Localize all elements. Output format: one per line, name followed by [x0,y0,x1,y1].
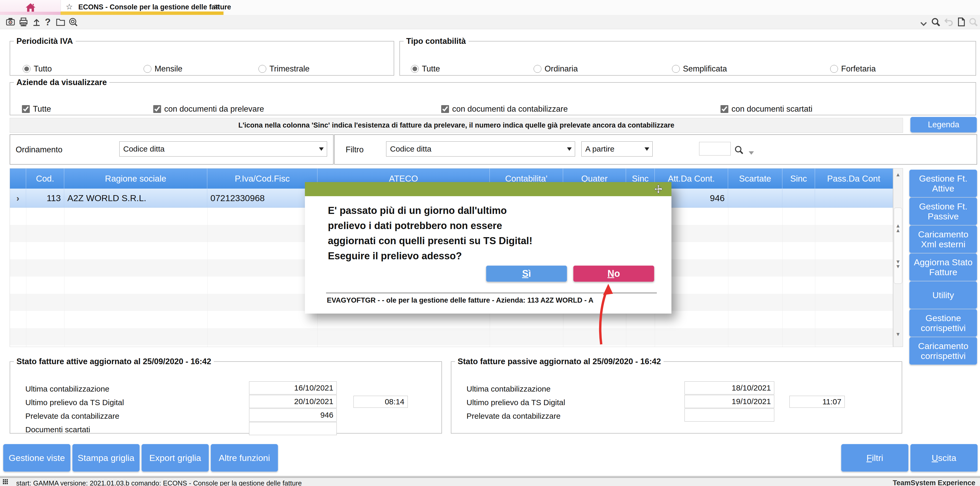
print-icon[interactable] [19,17,28,27]
radio-periodicita-trimestrale[interactable]: Trimestrale [258,64,310,73]
field-prelevate-da-contabilizzare-passive[interactable] [684,408,774,422]
side-button-gestione-ft-attive[interactable]: Gestione Ft. Attive [909,170,977,197]
column-header-pass-da-cont[interactable]: Pass.Da Cont [815,168,892,189]
field-documenti-scartati-attive[interactable] [249,422,337,435]
export-griglia-button[interactable]: Export griglia [142,444,209,472]
app-grip-icon[interactable] [3,479,9,485]
folder-icon[interactable] [56,17,65,27]
column-header-sinc-passive[interactable]: Sinc [783,168,815,189]
grid-column-line [815,208,815,347]
column-header-piva[interactable]: P.Iva/Cod.Fisc [207,168,317,189]
field-ultimo-prelievo-attive[interactable]: 20/10/2021 [249,395,337,408]
radio-tipo-forfetaria[interactable]: Forfetaria [830,64,876,73]
ordinamento-select[interactable]: Codice ditta [119,141,327,157]
radio-periodicita-mensile[interactable]: Mensile [143,64,183,73]
scroll-down-icon[interactable]: ▼ [893,332,903,337]
radio-input[interactable] [143,65,151,73]
field-label: Ultimo prelievo da TS Digital [466,398,565,407]
tab-title[interactable]: ECONS - Console per la gestione delle fa… [78,3,231,11]
new-document-icon[interactable] [956,17,966,27]
screenshot-camera-icon[interactable] [6,17,15,27]
filtri-button[interactable]: Filtri [841,444,908,472]
scroll-page-up-icon[interactable]: ▲▲ [893,223,903,233]
stampa-griglia-button[interactable]: Stampa griglia [72,444,140,472]
app-window: ☆ ECONS - Console per la gestione delle … [0,0,980,486]
favorite-star-icon[interactable]: ☆ [66,2,73,11]
upload-icon[interactable] [32,17,41,27]
cell-cod: 113 [26,189,64,207]
move-icon[interactable] [653,184,663,194]
uscita-label: Uscita [932,453,956,463]
altre-funzioni-button[interactable]: Altre funzioni [211,444,278,472]
radio-input[interactable] [258,65,266,73]
fieldset-tipo-contabilita: Tipo contabilità Tutte Ordinaria Semplif… [399,37,976,76]
filtro-dropdown-arrow-icon[interactable] [749,151,754,155]
side-button-caricamento-xml[interactable]: Caricamento Xml esterni [909,226,977,253]
side-button-aggiorna-stato[interactable]: Aggiorna Stato Fatture [909,253,977,281]
scrollbar-thumb[interactable] [894,208,902,284]
field-ultima-contabilizzazione-passive[interactable]: 18/10/2021 [684,381,774,394]
scroll-up-icon[interactable]: ▲ [893,172,903,177]
radio-tipo-semplificata[interactable]: Semplificata [672,64,727,73]
filtro-label: Filtro [346,145,364,154]
statusbar-divider [0,476,980,478]
filtro-search-input[interactable] [699,142,731,156]
cell-piva: 07212330968 [207,189,317,207]
side-button-gestione-corrispettivi[interactable]: Gestione corrispettivi [909,309,977,337]
brand-text: TeamSystem Experience [893,479,975,486]
field-ultimo-prelievo-passive-ora[interactable]: 11:07 [789,396,845,408]
field-prelevate-da-contabilizzare-attive[interactable]: 946 [249,408,337,422]
chevron-down-icon[interactable] [919,19,928,29]
tab-close-icon[interactable]: ✕ [213,3,220,11]
home-icon[interactable] [25,2,36,12]
search-icon[interactable] [931,17,940,27]
uscita-button[interactable]: Uscita [910,444,978,472]
dialog-title-bar[interactable] [305,182,671,196]
field-label: Documenti scartati [25,425,90,434]
filtro-field-select[interactable]: Codice ditta [386,141,575,157]
column-header-cod[interactable]: Cod. [26,168,64,189]
undo-icon[interactable] [944,17,953,27]
legenda-button[interactable]: Legenda [910,117,977,132]
side-button-gestione-ft-passive[interactable]: Gestione Ft. Passive [909,197,977,225]
checkbox-input[interactable] [153,105,161,113]
column-header-selector[interactable] [10,168,26,189]
filtro-search-icon[interactable] [734,145,743,154]
checkbox-doc-da-contabilizzare[interactable]: con documenti da contabilizzare [441,104,568,114]
checkbox-input[interactable] [22,105,30,113]
field-ultima-contabilizzazione-attive[interactable]: 16/10/2021 [249,381,337,394]
radio-periodicita-tutto[interactable]: Tutto [23,64,52,73]
dialog-message: E' passato più di un giorno dall'ultimo … [328,203,532,264]
side-button-caricamento-corrispettivi[interactable]: Caricamento corrispettivi [909,337,977,365]
checkbox-aziende-tutte[interactable]: Tutte [22,104,51,114]
radio-input[interactable] [672,65,680,73]
help-icon[interactable]: ? [45,17,54,26]
radio-label: Forfetaria [841,64,876,73]
field-label: Ultima contabilizzazione [25,384,110,393]
field-ultimo-prelievo-attive-ora[interactable]: 08:14 [353,396,408,408]
checkbox-doc-scartati[interactable]: con documenti scartati [721,104,812,114]
zoom-at-icon[interactable] [68,17,78,27]
radio-tipo-tutte[interactable]: Tutte [411,64,440,73]
field-label: Prelevate da contabilizzare [466,411,560,421]
search-disabled-icon[interactable] [969,17,978,27]
checkbox-doc-da-prelevare[interactable]: con documenti da prelevare [153,104,264,114]
dialog-no-button[interactable]: No [573,265,654,282]
checkbox-input[interactable] [441,105,449,113]
grid-vertical-scrollbar[interactable]: ▲ ▲▲ ▼▼ ▼ [893,168,903,347]
grid-column-line [207,208,208,347]
gestione-viste-button[interactable]: Gestione viste [3,444,70,472]
column-header-ragione-sociale[interactable]: Ragione sociale [64,168,207,189]
radio-input[interactable] [411,65,419,73]
checkbox-input[interactable] [721,105,729,113]
side-button-utility[interactable]: Utility [909,281,977,309]
scroll-page-down-icon[interactable]: ▼▼ [893,259,903,269]
field-ultimo-prelievo-passive[interactable]: 19/10/2021 [684,395,774,408]
radio-tipo-ordinaria[interactable]: Ordinaria [534,64,578,73]
radio-input[interactable] [830,65,838,73]
dialog-yes-button[interactable]: Sì [486,265,567,282]
radio-input[interactable] [534,65,541,73]
column-header-scartate[interactable]: Scartate [728,168,783,189]
filtro-mode-select[interactable]: A partire [581,141,653,157]
radio-input[interactable] [23,65,30,73]
